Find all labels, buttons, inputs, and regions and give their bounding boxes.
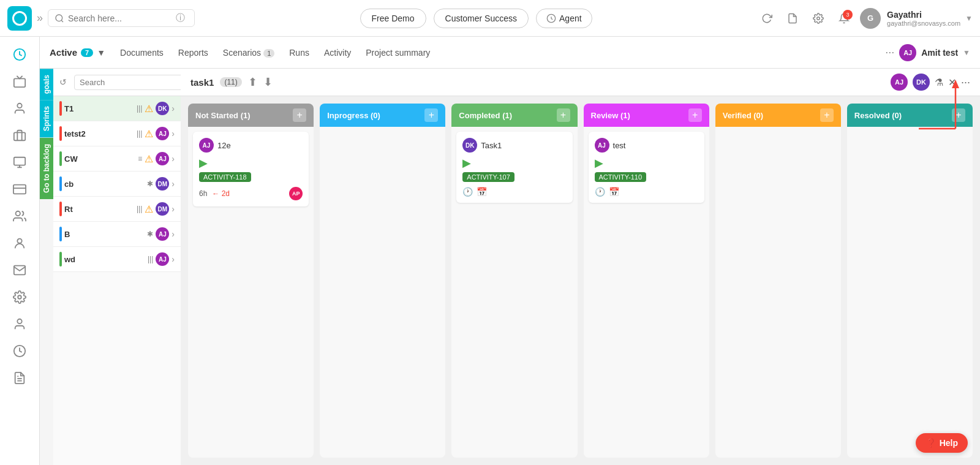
task-assignee-avatar: AJ: [156, 152, 169, 165]
download-icon[interactable]: ⬇: [263, 75, 273, 89]
customer-success-button[interactable]: Customer Success: [434, 9, 529, 28]
info-icon[interactable]: ⓘ: [176, 12, 185, 24]
free-demo-button[interactable]: Free Demo: [360, 9, 426, 28]
subnav-runs[interactable]: Runs: [289, 45, 309, 60]
main-content: Active 7 ▼ Documents Reports Scenarios1 …: [40, 37, 980, 465]
more-options-button[interactable]: ···: [885, 46, 894, 59]
task-row-rt[interactable]: Rt ||| ⚠ DM ›: [53, 197, 181, 222]
goals-tab[interactable]: goals: [40, 69, 53, 100]
kanban-col-resolved: Resolved (0) +: [847, 104, 973, 458]
task-color-bar: [59, 176, 62, 191]
sidebar-item-monitor[interactable]: [8, 151, 31, 174]
activity-badge: ACTIVITY-118: [199, 172, 251, 182]
task-row-cb[interactable]: cb ✱ DM ›: [53, 172, 181, 197]
active-filter[interactable]: Active 7 ▼: [50, 47, 105, 58]
task-chevron-icon[interactable]: ›: [172, 154, 175, 164]
sidebar-item-group[interactable]: [8, 232, 31, 255]
col-add-completed[interactable]: +: [557, 108, 570, 122]
notifications-button[interactable]: 3: [834, 9, 854, 28]
tasks-list-header: ↺ ⚡ + DK +: [53, 69, 181, 96]
subnav-project-summary[interactable]: Project summary: [366, 45, 430, 60]
content-area: goals Sprints Go to backlog ↺ ⚡ + DK +: [40, 69, 980, 465]
sidebar-item-person[interactable]: [8, 312, 31, 336]
play-button[interactable]: ▶: [595, 156, 698, 170]
col-add-review[interactable]: +: [688, 108, 702, 122]
sidebar-item-report[interactable]: [8, 366, 31, 390]
task-chevron-icon[interactable]: ›: [172, 254, 175, 264]
task-chevron-icon[interactable]: ›: [172, 229, 175, 239]
refresh-button[interactable]: [757, 9, 777, 28]
task-row-tetst2[interactable]: tetst2 ||| ⚠ AJ ›: [53, 121, 181, 146]
sidebar-item-user[interactable]: [8, 97, 31, 120]
help-button[interactable]: ❓ Help: [916, 433, 968, 453]
task-name: B: [64, 230, 145, 239]
calendar-icon: 📅: [477, 187, 487, 197]
global-search[interactable]: ⓘ: [48, 9, 195, 27]
extra-avatar: AP: [289, 187, 303, 200]
refresh-tasks-icon[interactable]: ↺: [59, 77, 67, 87]
col-label-inprogress: Inprogress (0): [327, 111, 380, 120]
kanban-clear-icon[interactable]: ✕: [948, 77, 956, 88]
task-row-b[interactable]: B ✱ AJ ›: [53, 222, 181, 247]
task-row-wd[interactable]: wd ||| AJ ›: [53, 247, 181, 272]
svg-point-5: [17, 104, 21, 108]
sidebar-item-settings[interactable]: [8, 285, 31, 309]
subnav-scenarios[interactable]: Scenarios1: [223, 45, 274, 60]
svg-point-12: [16, 211, 20, 216]
sidebar-item-users[interactable]: [8, 205, 31, 228]
col-add-verified[interactable]: +: [820, 108, 834, 122]
kanban-card[interactable]: AJ 12e ▶ ACTIVITY-118 6h ← 2d AP: [193, 132, 309, 206]
play-button[interactable]: ▶: [462, 156, 566, 170]
col-label-review: Review (1): [591, 111, 630, 120]
notes-button[interactable]: [783, 9, 802, 28]
kanban-card[interactable]: AJ test ▶ ACTIVITY-110 🕐 📅: [589, 132, 704, 203]
sidebar-item-clock[interactable]: [8, 43, 31, 66]
kanban-col-inprogress: Inprogress (0) +: [320, 104, 445, 458]
subnav-activity[interactable]: Activity: [324, 45, 351, 60]
task-row-cw[interactable]: CW ≡ ⚠ AJ ›: [53, 146, 181, 172]
agent-button[interactable]: Agent: [536, 9, 592, 28]
active-dropdown-icon[interactable]: ▼: [97, 48, 105, 58]
calendar-icon: 📅: [609, 187, 619, 197]
kanban-more-dots[interactable]: ···: [961, 76, 970, 89]
clock-icon: 🕐: [462, 187, 473, 197]
app-logo[interactable]: [7, 6, 32, 31]
user-menu[interactable]: Gayathri gayathri@snovasys.com ▼: [887, 10, 973, 27]
col-add-not-started[interactable]: +: [293, 108, 306, 122]
task-row-t1[interactable]: T1 ||| ⚠ DK ›: [53, 96, 181, 121]
upload-icon[interactable]: ⬆: [248, 75, 257, 89]
search-icon: [55, 13, 64, 23]
subnav-right: ··· AJ Amit test ▼: [885, 44, 970, 61]
expand-icon[interactable]: »: [37, 12, 43, 25]
task-chevron-icon[interactable]: ›: [172, 104, 175, 113]
tasks-search-input[interactable]: [74, 75, 181, 90]
kanban-card[interactable]: DK Task1 ▶ ACTIVITY-107 🕐 📅: [456, 132, 572, 203]
sidebar-item-card[interactable]: [8, 178, 31, 201]
play-button[interactable]: ▶: [199, 156, 303, 170]
task-name: T1: [64, 104, 134, 113]
subnav-reports[interactable]: Reports: [178, 45, 208, 60]
sidebar-item-mail[interactable]: [8, 259, 31, 282]
amit-dropdown-icon[interactable]: ▼: [963, 48, 970, 57]
task-color-bar: [59, 227, 62, 241]
col-label-resolved: Resolved (0): [854, 111, 902, 120]
col-add-resolved[interactable]: +: [952, 108, 965, 122]
task-color-bar: [59, 252, 62, 267]
svg-point-15: [17, 319, 21, 323]
backlog-tab[interactable]: Go to backlog: [40, 138, 53, 199]
sprints-tab[interactable]: Sprints: [40, 100, 53, 137]
search-input[interactable]: [68, 13, 172, 23]
task-chevron-icon[interactable]: ›: [172, 204, 175, 214]
priority-bars-icon: |||: [148, 255, 153, 263]
sidebar-item-timer[interactable]: [8, 339, 31, 363]
user-dropdown-icon[interactable]: ▼: [965, 14, 973, 23]
sidebar-item-tv[interactable]: [8, 70, 31, 93]
subnav-documents[interactable]: Documents: [120, 45, 164, 60]
warning-icon: ⚠: [145, 153, 153, 165]
task-chevron-icon[interactable]: ›: [172, 129, 175, 138]
sidebar-item-briefcase[interactable]: [8, 124, 31, 147]
task-chevron-icon[interactable]: ›: [172, 179, 175, 189]
settings-button[interactable]: [809, 9, 828, 28]
kanban-filter-icon[interactable]: ⚗: [935, 77, 943, 88]
col-add-inprogress[interactable]: +: [424, 108, 438, 122]
